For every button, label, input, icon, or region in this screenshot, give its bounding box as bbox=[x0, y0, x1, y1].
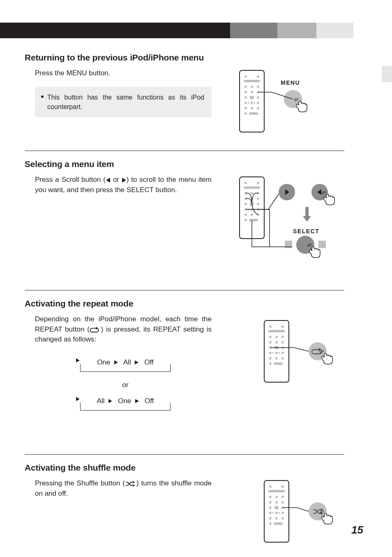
section-title-repeat: Activating the repeat mode bbox=[25, 299, 344, 309]
svg-point-8 bbox=[251, 91, 253, 93]
svg-point-72 bbox=[281, 357, 284, 360]
section-divider bbox=[25, 151, 344, 151]
repeat-icon bbox=[90, 326, 101, 333]
svg-rect-55 bbox=[268, 330, 285, 332]
header-gradient-bar bbox=[0, 23, 392, 38]
body-text: Pressing the Shuffle button ( ) turns th… bbox=[35, 478, 212, 499]
svg-point-34 bbox=[244, 203, 247, 205]
svg-rect-11 bbox=[250, 96, 254, 99]
svg-point-60 bbox=[275, 341, 278, 343]
svg-point-6 bbox=[257, 86, 259, 88]
svg-point-53 bbox=[269, 325, 272, 328]
svg-point-42 bbox=[244, 214, 247, 216]
section-divider bbox=[25, 454, 344, 455]
svg-point-77 bbox=[269, 485, 272, 488]
svg-point-82 bbox=[281, 496, 284, 498]
svg-point-1 bbox=[244, 75, 247, 78]
side-tab bbox=[382, 66, 392, 82]
svg-point-73 bbox=[269, 362, 272, 365]
svg-point-81 bbox=[275, 496, 278, 498]
right-triangle-icon bbox=[122, 178, 126, 183]
svg-rect-22 bbox=[249, 112, 258, 115]
svg-point-71 bbox=[275, 357, 278, 360]
svg-rect-27 bbox=[244, 186, 260, 189]
svg-rect-14 bbox=[248, 102, 249, 104]
body-text: Press the MENU button. bbox=[35, 68, 212, 79]
svg-point-10 bbox=[244, 96, 247, 99]
svg-point-93 bbox=[281, 512, 284, 514]
section-title-returning: Returning to the previous iPod/iPhone me… bbox=[25, 53, 344, 63]
svg-point-65 bbox=[269, 352, 272, 354]
manual-page: Returning to the previous iPod/iPhone me… bbox=[0, 0, 392, 557]
svg-point-97 bbox=[269, 522, 272, 525]
diagram-menu: MENU bbox=[238, 68, 344, 140]
svg-rect-76 bbox=[264, 480, 289, 542]
svg-point-86 bbox=[269, 506, 272, 509]
diagram-repeat bbox=[262, 318, 344, 390]
note-box: This button has the same functions as it… bbox=[35, 87, 212, 117]
svg-point-61 bbox=[281, 341, 284, 343]
svg-point-17 bbox=[257, 102, 259, 104]
svg-rect-51 bbox=[318, 241, 326, 248]
svg-point-94 bbox=[269, 517, 272, 520]
svg-point-33 bbox=[257, 197, 259, 200]
left-triangle-icon bbox=[106, 178, 110, 183]
svg-point-96 bbox=[281, 517, 284, 520]
svg-point-7 bbox=[244, 91, 247, 93]
svg-rect-46 bbox=[249, 219, 258, 221]
svg-rect-87 bbox=[274, 506, 279, 509]
svg-point-45 bbox=[244, 219, 247, 221]
section-divider bbox=[25, 290, 344, 290]
svg-point-70 bbox=[269, 357, 272, 360]
body-text: Press a Scroll button ( or ) to scroll t… bbox=[35, 175, 212, 195]
body-text: Depending on the iPod/iPhone model, each… bbox=[35, 314, 212, 345]
svg-point-83 bbox=[269, 501, 272, 504]
svg-point-56 bbox=[269, 336, 272, 338]
svg-point-20 bbox=[257, 107, 259, 109]
svg-point-84 bbox=[275, 501, 278, 504]
svg-point-18 bbox=[244, 107, 247, 109]
svg-point-5 bbox=[251, 86, 253, 88]
svg-rect-66 bbox=[272, 352, 274, 354]
svg-point-2 bbox=[257, 75, 259, 78]
diagram-shuffle bbox=[262, 478, 344, 550]
svg-point-36 bbox=[257, 203, 259, 205]
select-label: SELECT bbox=[293, 228, 319, 234]
svg-rect-16 bbox=[254, 102, 255, 104]
svg-point-95 bbox=[275, 517, 278, 520]
svg-point-58 bbox=[281, 336, 284, 338]
svg-point-91 bbox=[275, 512, 278, 514]
svg-point-43 bbox=[251, 214, 253, 216]
repeat-cycle-diagram: One All Off or All One Off bbox=[58, 356, 193, 415]
svg-rect-98 bbox=[274, 522, 283, 525]
section-title-shuffle: Activating the shuffle mode bbox=[25, 463, 344, 473]
svg-point-12 bbox=[257, 96, 259, 99]
page-content: Returning to the previous iPod/iPhone me… bbox=[25, 53, 344, 552]
section-title-selecting: Selecting a menu item bbox=[25, 159, 344, 169]
svg-point-4 bbox=[244, 86, 247, 88]
svg-rect-0 bbox=[240, 70, 264, 132]
down-arrow-icon bbox=[303, 207, 311, 222]
svg-point-21 bbox=[244, 112, 247, 115]
svg-point-78 bbox=[281, 485, 284, 488]
hand-press-icon bbox=[322, 191, 334, 205]
svg-point-59 bbox=[269, 341, 272, 343]
svg-point-26 bbox=[257, 182, 259, 184]
svg-point-85 bbox=[281, 501, 284, 504]
svg-rect-90 bbox=[272, 512, 274, 514]
svg-point-13 bbox=[244, 102, 247, 104]
svg-point-67 bbox=[275, 352, 278, 354]
diagram-select: SELECT bbox=[238, 175, 344, 279]
svg-point-54 bbox=[281, 325, 284, 328]
svg-rect-79 bbox=[268, 490, 285, 492]
svg-rect-52 bbox=[264, 320, 289, 382]
svg-point-19 bbox=[251, 107, 253, 109]
menu-label: MENU bbox=[281, 79, 300, 86]
svg-point-80 bbox=[269, 496, 272, 498]
svg-rect-92 bbox=[279, 512, 280, 514]
svg-point-25 bbox=[244, 182, 247, 184]
page-number: 15 bbox=[351, 524, 363, 536]
svg-point-57 bbox=[275, 336, 278, 338]
svg-rect-68 bbox=[279, 352, 280, 354]
svg-rect-3 bbox=[244, 80, 260, 82]
